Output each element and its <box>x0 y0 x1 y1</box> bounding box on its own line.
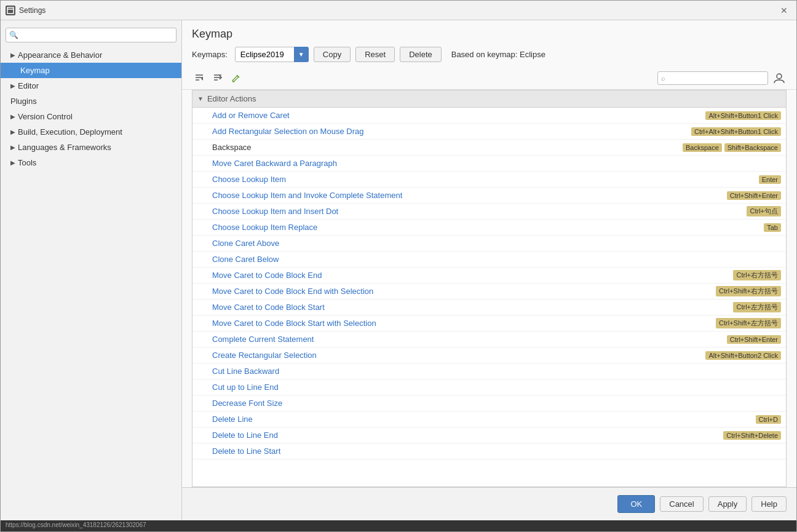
toolbar: Keymaps: Eclipse2019 ▼ Copy Reset Delete… <box>192 47 787 62</box>
chevron-icon: ▶ <box>10 113 15 120</box>
table-row[interactable]: Complete Current Statement Ctrl+Shift+En… <box>192 332 786 347</box>
table-row[interactable]: Move Caret to Code Block End with Select… <box>192 284 786 300</box>
sidebar-item-label: Appearance & Behavior <box>18 50 102 60</box>
delete-button[interactable]: Delete <box>400 47 442 62</box>
action-label: Move Caret to Code Block End with Select… <box>212 287 716 296</box>
table-row[interactable]: Delete to Line End Ctrl+Shift+Delete <box>192 427 786 443</box>
keymap-select[interactable]: Eclipse2019 <box>235 47 309 62</box>
shortcut-badge: Ctrl+D <box>756 415 781 424</box>
shortcut-badge: Ctrl+左方括号 <box>733 302 781 312</box>
table-row[interactable]: Cut Line Backward <box>192 363 786 379</box>
shortcut-badge: Enter <box>759 175 781 184</box>
table-row[interactable]: Create Rectangular Selection Alt+Shift+B… <box>192 347 786 363</box>
table-row[interactable]: Choose Lookup Item Enter <box>192 172 786 188</box>
shortcut-badges: Ctrl+句点 <box>747 206 781 216</box>
help-button[interactable]: Help <box>751 496 787 512</box>
shortcut-badges: Enter <box>759 175 781 184</box>
user-icon-button[interactable] <box>772 71 787 85</box>
sidebar-item-tools[interactable]: ▶ Tools <box>1 155 181 170</box>
shortcut-badge: Backspace <box>683 143 722 152</box>
shortcut-badge: Alt+Shift+Button1 Click <box>705 111 781 120</box>
shortcut-badges: Ctrl+Shift+Enter <box>727 191 781 200</box>
sidebar-item-label: Tools <box>18 158 36 167</box>
shortcut-badge: Ctrl+右方括号 <box>733 270 781 280</box>
action-label: Choose Lookup Item and Insert Dot <box>212 207 747 216</box>
cancel-button[interactable]: Cancel <box>660 496 703 512</box>
apply-button[interactable]: Apply <box>708 496 747 512</box>
action-label: Clone Caret Above <box>212 239 781 248</box>
table-row[interactable]: Move Caret to Code Block Start Ctrl+左方括号 <box>192 300 786 316</box>
table-row[interactable]: Delete to Line Start <box>192 443 786 459</box>
table-row[interactable]: Choose Lookup Item and Insert Dot Ctrl+句… <box>192 204 786 220</box>
action-label: Add or Remove Caret <box>212 111 705 120</box>
chevron-icon: ▶ <box>10 144 15 151</box>
shortcut-badges: Tab <box>764 223 781 232</box>
sidebar: 🔍 ▶ Appearance & Behavior Keymap ▶ Edito… <box>1 20 182 520</box>
table-row[interactable]: Clone Caret Above <box>192 236 786 252</box>
search-icon: ⌕ <box>661 74 665 82</box>
shortcut-badges: Ctrl+Shift+左方括号 <box>716 318 781 328</box>
table-row[interactable]: Move Caret Backward a Paragraph <box>192 156 786 172</box>
actions-search-input[interactable] <box>657 71 768 85</box>
shortcut-badge: Shift+Backspace <box>724 143 781 152</box>
expand-all-button[interactable] <box>210 71 225 85</box>
collapse-all-button[interactable] <box>192 71 207 85</box>
sidebar-item-plugins[interactable]: Plugins <box>1 93 181 109</box>
action-label: Add Rectangular Selection on Mouse Drag <box>212 127 691 136</box>
shortcut-badges: Ctrl+D <box>756 415 781 424</box>
group-collapse-icon[interactable]: ▼ <box>197 95 204 102</box>
edit-button[interactable] <box>229 71 244 85</box>
sidebar-item-label: Version Control <box>18 112 73 121</box>
shortcut-badge: Ctrl+Shift+右方括号 <box>716 286 781 296</box>
close-button[interactable]: ✕ <box>777 3 791 18</box>
sidebar-item-version-control[interactable]: ▶ Version Control <box>1 109 181 124</box>
action-label: Choose Lookup Item and Invoke Complete S… <box>212 191 727 200</box>
content-area: 🔍 ▶ Appearance & Behavior Keymap ▶ Edito… <box>1 20 796 520</box>
svg-rect-0 <box>7 7 14 14</box>
table-row[interactable]: Move Caret to Code Block Start with Sele… <box>192 316 786 332</box>
action-label: Cut up to Line End <box>212 383 781 392</box>
sidebar-item-languages[interactable]: ▶ Languages & Frameworks <box>1 140 181 155</box>
shortcut-badges: Alt+Shift+Button2 Click <box>705 351 781 360</box>
main-area: Keymap Keymaps: Eclipse2019 ▼ Copy Reset… <box>182 20 796 520</box>
table-row[interactable]: Backspace Backspace Shift+Backspace <box>192 140 786 156</box>
action-label: Create Rectangular Selection <box>212 351 705 360</box>
copy-button[interactable]: Copy <box>314 47 351 62</box>
sidebar-item-keymap[interactable]: Keymap <box>1 63 181 78</box>
table-row[interactable]: Add or Remove Caret Alt+Shift+Button1 Cl… <box>192 108 786 124</box>
action-label: Move Caret to Code Block End <box>212 271 733 280</box>
group-label: Editor Actions <box>207 94 256 103</box>
action-label: Clone Caret Below <box>212 255 781 264</box>
shortcut-badges: Ctrl+Alt+Shift+Button1 Click <box>691 127 781 136</box>
url-bar: https://blog.csdn.net/weixin_43182126/26… <box>1 520 796 531</box>
table-row[interactable]: Choose Lookup Item and Invoke Complete S… <box>192 188 786 204</box>
action-label: Cut Line Backward <box>212 367 781 376</box>
shortcut-badges: Alt+Shift+Button1 Click <box>705 111 781 120</box>
action-label: Delete to Line End <box>212 431 723 440</box>
table-row[interactable]: Move Caret to Code Block End Ctrl+右方括号 <box>192 268 786 284</box>
sidebar-item-editor[interactable]: ▶ Editor <box>1 78 181 93</box>
actions-search-container: ⌕ <box>657 71 768 85</box>
action-label: Complete Current Statement <box>212 335 727 344</box>
table-row[interactable]: Choose Lookup Item Replace Tab <box>192 220 786 236</box>
based-on-label: Based on keymap: Eclipse <box>451 50 545 59</box>
chevron-icon: ▶ <box>10 82 15 89</box>
table-row[interactable]: Decrease Font Size <box>192 395 786 411</box>
action-label: Backspace <box>212 143 683 152</box>
sidebar-search-container: 🔍 <box>6 28 176 42</box>
table-group-header: ▼ Editor Actions <box>192 90 786 108</box>
ok-button[interactable]: OK <box>617 495 655 513</box>
reset-button[interactable]: Reset <box>355 47 395 62</box>
sidebar-item-label: Languages & Frameworks <box>18 143 111 152</box>
shortcut-badge: Ctrl+Alt+Shift+Button1 Click <box>691 127 781 136</box>
sidebar-item-build[interactable]: ▶ Build, Execution, Deployment <box>1 124 181 140</box>
table-row[interactable]: Delete Line Ctrl+D <box>192 411 786 427</box>
settings-window: Settings ✕ 🔍 ▶ Appearance & Behavior Key… <box>0 0 797 532</box>
table-row[interactable]: Add Rectangular Selection on Mouse Drag … <box>192 124 786 140</box>
page-title: Keymap <box>192 28 787 41</box>
table-row[interactable]: Cut up to Line End <box>192 379 786 395</box>
sidebar-item-appearance[interactable]: ▶ Appearance & Behavior <box>1 47 181 63</box>
table-row[interactable]: Clone Caret Below <box>192 252 786 268</box>
sidebar-search-input[interactable] <box>6 28 176 42</box>
action-label: Choose Lookup Item <box>212 175 759 184</box>
